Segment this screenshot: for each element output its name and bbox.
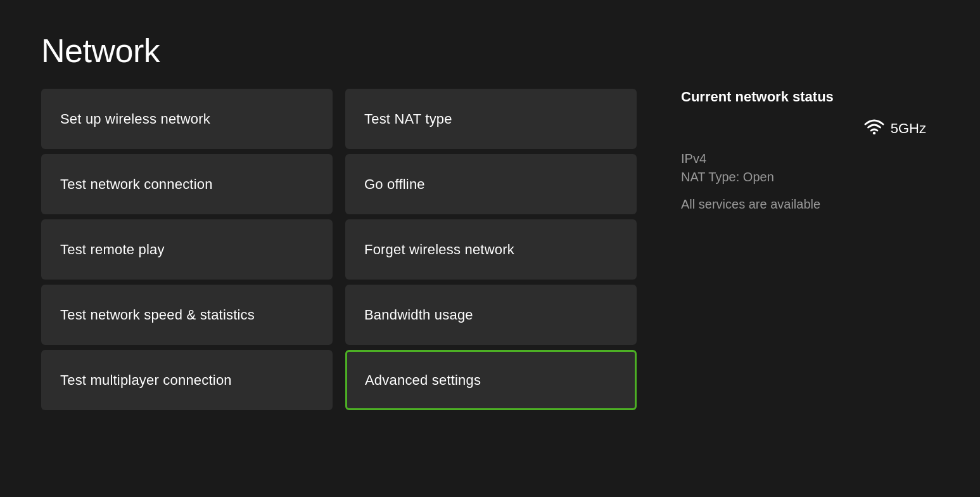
page-container: Network Set up wireless network Test net…: [0, 0, 980, 497]
menu-item-go-offline[interactable]: Go offline: [345, 154, 637, 214]
menu-item-test-remote-play[interactable]: Test remote play: [41, 219, 333, 280]
menu-item-advanced-settings[interactable]: Advanced settings: [345, 350, 637, 410]
svg-point-0: [873, 132, 875, 134]
right-column: Test NAT type Go offline Forget wireless…: [345, 89, 637, 472]
menu-item-test-network-speed[interactable]: Test network speed & statistics: [41, 285, 333, 345]
wifi-icon: [864, 118, 884, 139]
page-title: Network: [41, 32, 939, 70]
status-details: IPv4 NAT Type: Open: [681, 152, 926, 184]
wifi-band-label: 5GHz: [891, 120, 926, 137]
status-panel-title: Current network status: [681, 89, 926, 105]
status-panel: Current network status 5GHz: [668, 89, 939, 472]
menu-item-test-multiplayer[interactable]: Test multiplayer connection: [41, 350, 333, 410]
services-status-label: All services are available: [681, 197, 926, 212]
menu-item-setup-wireless[interactable]: Set up wireless network: [41, 89, 333, 149]
menu-item-test-nat[interactable]: Test NAT type: [345, 89, 637, 149]
left-column: Set up wireless network Test network con…: [41, 89, 333, 472]
ip-version-label: IPv4: [681, 152, 926, 166]
wifi-status-row: 5GHz: [681, 118, 926, 139]
content-area: Set up wireless network Test network con…: [41, 89, 939, 472]
nat-type-label: NAT Type: Open: [681, 170, 926, 184]
menu-item-forget-wireless[interactable]: Forget wireless network: [345, 219, 637, 280]
menu-item-bandwidth-usage[interactable]: Bandwidth usage: [345, 285, 637, 345]
menu-item-test-network-connection[interactable]: Test network connection: [41, 154, 333, 214]
